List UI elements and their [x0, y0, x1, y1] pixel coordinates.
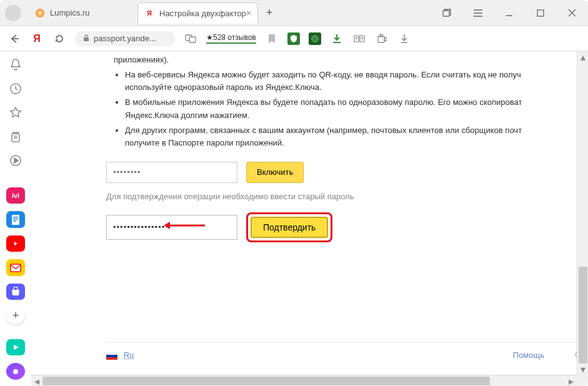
tab-label: Lumpics.ru — [50, 8, 90, 17]
svg-rect-14 — [84, 37, 89, 41]
enable-row: Включить — [106, 162, 588, 183]
browser-window: Lumpics.ru Я Настройка двухфактор × + — [0, 0, 588, 386]
add-tile[interactable]: + — [6, 307, 25, 324]
svg-rect-10 — [537, 10, 544, 16]
history-icon[interactable] — [6, 81, 25, 97]
svg-rect-5 — [443, 11, 449, 16]
page-footer: Ru Помощь © 2 — [106, 342, 588, 360]
password-input-2[interactable] — [106, 215, 237, 240]
svg-rect-41 — [106, 357, 117, 360]
confirm-button[interactable]: Подтвердить — [251, 217, 328, 238]
confirm-row: Подтвердить — [106, 212, 588, 242]
horizontal-scrollbar[interactable]: ◂ ▸ — [31, 375, 577, 386]
help-link[interactable]: Помощь — [513, 350, 544, 360]
svg-rect-32 — [12, 215, 19, 225]
favicon-yandex: Я — [144, 8, 154, 18]
scroll-thumb-h[interactable] — [42, 377, 490, 385]
url-text: passport.yande... — [94, 34, 156, 43]
store-tile[interactable] — [6, 284, 25, 300]
bullet-text: В мобильные приложения Яндекса вы будете… — [125, 97, 522, 107]
favicon-lumpics — [35, 8, 45, 18]
docs-tile[interactable] — [6, 211, 25, 228]
bullet-text: Яндекс.Ключа долгим нажатием. — [125, 111, 249, 120]
back-icon[interactable] — [7, 32, 21, 46]
svg-rect-16 — [189, 37, 196, 42]
new-tab-button[interactable]: + — [261, 4, 278, 22]
page-content: приложениях). На веб-сервисы Яндекса мож… — [31, 54, 588, 242]
bullet-text: используйте одноразовый пароль из Яндекс… — [125, 82, 322, 92]
scroll-left-icon[interactable]: ◂ — [31, 375, 42, 386]
tabs-overview-icon[interactable] — [436, 4, 458, 22]
svg-rect-19 — [333, 42, 341, 43]
confirm-highlight: Подтвердить — [246, 212, 332, 242]
collections-icon[interactable] — [6, 129, 25, 146]
titlebar: Lumpics.ru Я Настройка двухфактор × + — [0, 0, 588, 26]
scroll-right-icon[interactable]: ▸ — [566, 375, 577, 386]
bullet-tail: приложениях). — [114, 55, 169, 64]
lang-switch[interactable]: Ru — [106, 350, 134, 360]
lock-icon — [82, 34, 90, 44]
reader-ext-icon[interactable] — [352, 32, 366, 46]
downloads-icon[interactable] — [397, 32, 411, 46]
extensions-icon[interactable] — [375, 32, 389, 46]
svg-rect-40 — [106, 355, 117, 357]
svg-point-18 — [313, 37, 316, 40]
tab-lumpics[interactable]: Lumpics.ru — [29, 2, 135, 24]
svg-rect-33 — [13, 217, 18, 218]
content-row: ivi + п — [0, 51, 588, 386]
download-ext-icon[interactable] — [330, 32, 344, 46]
tab-label: Настройка двухфактор — [159, 9, 246, 18]
svg-point-17 — [312, 36, 318, 42]
notifications-icon[interactable] — [6, 56, 25, 73]
yandex-home-icon[interactable]: Я — [30, 32, 44, 46]
shield-ext-icon[interactable] — [287, 32, 300, 45]
play-rail-icon[interactable] — [6, 152, 25, 169]
svg-rect-39 — [106, 352, 117, 355]
window-controls — [436, 4, 583, 22]
menu-icon[interactable] — [467, 4, 489, 22]
bookmarks-rail-icon[interactable] — [6, 104, 25, 121]
close-window-icon[interactable] — [561, 4, 583, 22]
svg-point-37 — [13, 369, 18, 374]
translate-icon[interactable] — [184, 32, 197, 46]
svg-rect-25 — [380, 34, 382, 37]
confirm-hint: Для подтверждения операции необходимо вв… — [106, 192, 588, 201]
bullet-text: На веб-сервисы Яндекса можно будет заход… — [125, 70, 521, 79]
svg-rect-34 — [13, 219, 18, 220]
bookmark-icon[interactable] — [265, 32, 279, 46]
maximize-icon[interactable] — [529, 4, 552, 22]
music-tile[interactable] — [6, 339, 25, 356]
scroll-up-icon[interactable]: ▴ — [577, 51, 588, 62]
left-rail: ivi + — [0, 51, 31, 386]
vertical-scrollbar[interactable]: ▴ ▾ — [577, 51, 588, 375]
bullet-text: получите в Паспорте пароли приложений. — [125, 138, 284, 147]
youtube-tile[interactable] — [6, 235, 25, 252]
reviews-badge[interactable]: ★528 отзывов — [206, 32, 256, 46]
url-box[interactable]: passport.yande... — [75, 31, 175, 46]
svg-rect-36 — [11, 264, 21, 272]
bullet-text: Для других программ, связанных с вашим а… — [125, 126, 522, 135]
ivi-tile[interactable]: ivi — [6, 187, 25, 204]
address-bar: Я passport.yande... ★528 отзывов — [0, 26, 588, 51]
profile-avatar[interactable] — [5, 5, 21, 21]
password-input-1[interactable] — [106, 162, 237, 183]
scroll-down-icon[interactable]: ▾ — [577, 364, 588, 375]
close-tab-icon[interactable]: × — [246, 8, 251, 18]
reload-icon[interactable] — [52, 32, 66, 46]
flag-ru-icon — [106, 352, 117, 360]
svg-rect-26 — [384, 38, 387, 41]
scroll-corner — [577, 375, 588, 386]
scroll-thumb-v[interactable] — [579, 267, 587, 364]
mail-tile[interactable] — [6, 259, 25, 276]
tab-yandex-passport[interactable]: Я Настройка двухфактор × — [137, 2, 258, 24]
alice-tile[interactable] — [6, 363, 25, 380]
page-area: приложениях). На веб-сервисы Яндекса мож… — [31, 51, 588, 386]
info-bullets: приложениях). На веб-сервисы Яндекса мож… — [106, 54, 588, 149]
minimize-icon[interactable] — [498, 4, 521, 22]
target-ext-icon[interactable] — [309, 32, 321, 45]
enable-button[interactable]: Включить — [246, 162, 304, 183]
svg-rect-35 — [13, 220, 16, 222]
